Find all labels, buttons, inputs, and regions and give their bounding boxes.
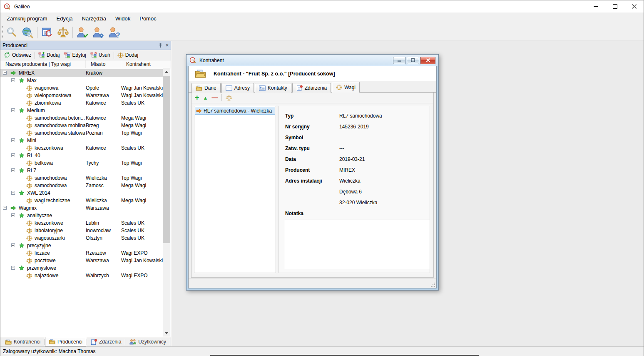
expander-icon[interactable] <box>11 243 15 247</box>
tree-row[interactable]: Mini <box>0 137 163 144</box>
expander-icon[interactable] <box>11 108 15 112</box>
dialog-tab-adresy[interactable]: Adresy <box>221 83 254 93</box>
menu-item[interactable]: Pomoc <box>135 13 161 24</box>
panel-close-icon[interactable]: × <box>165 43 169 48</box>
tree-row[interactable]: wagosuszarkiOlsztynScales UK <box>0 234 163 242</box>
events-calendar-button[interactable] <box>39 25 55 40</box>
tab-label: Użytkownicy <box>138 339 166 345</box>
dodaj-button[interactable]: Dodaj <box>115 51 140 59</box>
panel-tab-producenci[interactable]: Producenci <box>45 337 86 346</box>
expander-icon[interactable] <box>11 78 15 82</box>
tree-row[interactable]: samochodowa mobilnaBrzegMega Wagi <box>0 122 163 129</box>
menu-item[interactable]: Narzędzia <box>77 13 111 24</box>
title-bar[interactable]: Galileo <box>0 0 644 13</box>
minimize-button[interactable] <box>586 0 605 13</box>
tree-row[interactable]: samochodowaZamoscMega Wagi <box>0 182 163 189</box>
tree-row[interactable]: labolatoryjneInowroclawScales UK <box>0 227 163 234</box>
tree-row[interactable]: Max <box>0 77 163 84</box>
tree-row[interactable]: MIREXKraków <box>0 69 163 77</box>
scales-lg-button[interactable]: 6"> <box>55 25 71 40</box>
close-button[interactable] <box>624 0 644 13</box>
menu-item[interactable]: Edycja <box>52 13 77 24</box>
expander-icon[interactable] <box>11 153 15 157</box>
tree-item-city: Poznan <box>86 130 103 136</box>
scales-list-item-selected[interactable]: RL7 samochodowa - Wieliczka <box>195 107 275 115</box>
tree-row[interactable]: liczaceRzeszówWagi EXPO <box>0 249 163 257</box>
expander-icon[interactable] <box>3 71 7 75</box>
toolbar-grip[interactable] <box>1 26 4 39</box>
tree-row[interactable]: samochodowa stalowaPoznanTop Wagi <box>0 129 163 137</box>
expander-icon[interactable] <box>11 138 15 142</box>
tree-row[interactable]: XWL 2014 <box>0 189 163 197</box>
toolbar-separator <box>72 27 73 38</box>
tree-row[interactable]: samochodowa beton...KatowiceMega Wagi <box>0 114 163 122</box>
menu-item[interactable]: Widok <box>111 13 135 24</box>
toolbar-separator <box>221 94 222 101</box>
tree-row[interactable]: belkowaTychyTop Wagi <box>0 159 163 167</box>
search-button[interactable] <box>4 25 20 40</box>
user-settings-button[interactable] <box>90 25 106 40</box>
dialog-maximize-button[interactable] <box>407 57 419 64</box>
expander-icon[interactable] <box>11 266 15 270</box>
column-header[interactable]: Miasto <box>86 60 121 68</box>
tree-row[interactable]: precyzyjne <box>0 242 163 249</box>
note-textarea[interactable] <box>285 220 430 269</box>
tree-row[interactable]: WagmixWarszawa <box>0 204 163 212</box>
menu-item[interactable]: Zamknij program <box>2 13 52 24</box>
odśwież-button[interactable]: Odśwież <box>2 51 33 59</box>
scroll-down-icon[interactable] <box>163 330 170 337</box>
tree-scrollbar[interactable] <box>163 68 170 337</box>
user-accept-button[interactable] <box>75 25 90 40</box>
tree-row[interactable]: Medium <box>0 107 163 114</box>
expander-icon[interactable] <box>11 168 15 172</box>
resize-grip-icon[interactable] <box>431 283 435 287</box>
dialog-minimize-button[interactable] <box>393 57 405 64</box>
tree-row[interactable]: wagonowaOpoleWagi Jan Kowalski <box>0 84 163 92</box>
tree-row[interactable]: zbiornikowaKatowiceScales UK <box>0 99 163 107</box>
tree-row[interactable]: RL 40 <box>0 152 163 159</box>
pin-icon[interactable] <box>158 43 163 48</box>
tree-row[interactable]: wagi techniczneWieliczkaMega Wagi <box>0 197 163 204</box>
panel-tab-użytkownicy[interactable]: Użytkownicy <box>126 337 169 346</box>
dodaj-button[interactable]: Dodaj <box>36 51 62 59</box>
user-help-button[interactable]: ? <box>106 25 122 40</box>
expander-icon[interactable] <box>3 206 7 210</box>
tree-item-label: analityczne <box>27 213 52 218</box>
column-header[interactable]: Nazwa producenta | Typ wagi <box>0 60 86 68</box>
tree-row[interactable]: samochodowaWieliczkaTop Wagi <box>0 174 163 182</box>
scroll-up-icon[interactable] <box>163 68 170 75</box>
scales-icon <box>26 273 32 279</box>
tree-row[interactable]: kieszonkowaKatowiceScales UK <box>0 144 163 152</box>
tree-row[interactable]: kieszonkoweLublinScales UK <box>0 219 163 227</box>
tab-separator <box>125 339 125 345</box>
maximize-button[interactable] <box>605 0 624 13</box>
tree-row[interactable]: RL7 <box>0 167 163 174</box>
triangle-button[interactable]: ▲ <box>203 95 208 101</box>
dialog-close-button[interactable] <box>420 57 435 64</box>
search-global-button[interactable] <box>20 25 35 40</box>
expander-icon[interactable] <box>11 213 15 217</box>
dialog-tab-dane[interactable]: Dane <box>191 83 221 93</box>
dialog-tab-zdarzenia[interactable]: Zdarzenia <box>292 83 331 93</box>
tree-row[interactable]: wielopomostowaWarszawaWagi Jan Kowalski <box>0 92 163 99</box>
scales-list[interactable]: RL7 samochodowa - Wieliczka <box>194 106 276 273</box>
tree-row[interactable]: najazdoweWalbrzychWagi EXPO <box>0 272 163 279</box>
expander-icon[interactable] <box>11 191 15 195</box>
detail-label: Producent <box>285 167 310 173</box>
scrollbar-thumb[interactable] <box>163 76 170 243</box>
dialog-tab-kontakty[interactable]: Kontakty <box>255 83 291 93</box>
tree-row[interactable]: przemyslowe <box>0 264 163 272</box>
tree-row[interactable]: pocztoweWarszawaWagi Jan Kowalski <box>0 257 163 264</box>
minus-button[interactable]: — <box>211 95 218 101</box>
panel-tab-kontrahenci[interactable]: Kontrahenci <box>2 337 44 346</box>
edytuj-button[interactable]: Edytuj <box>62 51 88 59</box>
plus-button[interactable]: + <box>195 95 199 101</box>
usuń-button[interactable]: Usuń <box>88 51 112 59</box>
scales-dim-button[interactable] <box>226 95 232 101</box>
dialog-title-bar[interactable]: Kontrahent <box>186 55 438 66</box>
button-label: Dodaj <box>47 52 60 58</box>
column-header[interactable]: Kontrahent <box>121 60 171 68</box>
tree-row[interactable]: analityczne <box>0 212 163 219</box>
dialog-tab-wagi[interactable]: Wagi <box>332 82 360 93</box>
panel-tab-zdarzenia[interactable]: Zdarzenia <box>87 337 124 346</box>
